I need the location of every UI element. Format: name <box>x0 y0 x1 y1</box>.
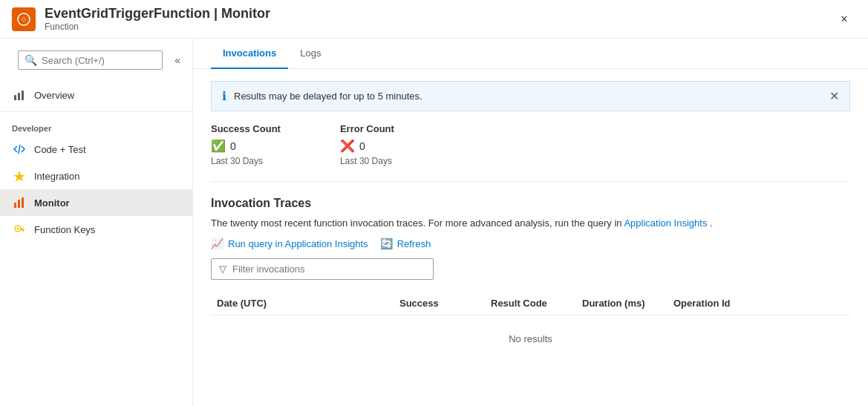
tabs: Invocations Logs <box>193 39 868 69</box>
app-insights-link[interactable]: Application Insights <box>624 217 707 229</box>
content-body: ℹ Results may be delayed for up to 5 min… <box>193 69 868 374</box>
developer-section-header: Developer <box>0 115 192 136</box>
table-header: Date (UTC) Success Result Code Duration … <box>211 292 850 315</box>
chart-icon <box>12 88 27 102</box>
sidebar-item-integration[interactable]: Integration <box>0 163 192 189</box>
banner-close-button[interactable]: ✕ <box>829 89 839 103</box>
success-count-label: Success Count <box>211 123 281 134</box>
col-result-code: Result Code <box>485 298 576 309</box>
run-query-label: Run query in Application Insights <box>228 238 368 249</box>
svg-rect-9 <box>22 197 24 208</box>
subtitle: Function <box>45 22 832 32</box>
search-icon: 🔍 <box>25 54 37 66</box>
title-separator: | <box>214 6 221 21</box>
monitor-icon <box>12 195 27 210</box>
error-icon: ❌ <box>340 139 355 153</box>
col-duration: Duration (ms) <box>576 298 668 309</box>
refresh-link[interactable]: 🔄 Refresh <box>380 238 431 249</box>
svg-rect-13 <box>22 230 24 232</box>
svg-point-1 <box>22 18 25 21</box>
desc-text-1: The twenty most recent function invocati… <box>211 217 622 229</box>
svg-rect-4 <box>22 91 24 100</box>
title-text: EventGridTriggerFunction | Monitor Funct… <box>45 6 832 32</box>
svg-point-11 <box>17 228 19 230</box>
success-count-value: ✅ 0 <box>211 139 281 153</box>
collapse-button[interactable]: « <box>172 53 183 68</box>
sidebar-divider <box>0 111 192 112</box>
query-icon: 📈 <box>211 238 223 249</box>
sidebar-item-code-test[interactable]: Code + Test <box>0 136 192 163</box>
filter-icon: ▽ <box>219 263 226 275</box>
action-links: 📈 Run query in Application Insights 🔄 Re… <box>211 238 850 249</box>
error-number: 0 <box>359 140 365 152</box>
close-button[interactable]: × <box>832 7 856 31</box>
svg-rect-2 <box>14 95 16 100</box>
success-period: Last 30 Days <box>211 156 281 166</box>
invocation-traces-section: Invocation Traces The twenty most recent… <box>211 197 850 362</box>
filter-input[interactable] <box>232 263 425 275</box>
success-number: 0 <box>230 140 236 152</box>
sidebar-item-function-keys[interactable]: Function Keys <box>0 216 192 243</box>
error-count-value: ❌ 0 <box>340 139 394 153</box>
svg-line-5 <box>19 145 20 154</box>
error-count-block: Error Count ❌ 0 Last 30 Days <box>340 123 394 166</box>
svg-rect-3 <box>18 93 20 100</box>
success-icon: ✅ <box>211 139 226 153</box>
monitor-label: Monitor <box>34 197 70 209</box>
tab-invocations[interactable]: Invocations <box>211 39 288 69</box>
integration-label: Integration <box>34 171 79 182</box>
filter-input-wrap[interactable]: ▽ <box>211 258 434 280</box>
refresh-icon: 🔄 <box>380 238 393 249</box>
search-box[interactable]: 🔍 <box>18 50 163 70</box>
function-name: EventGridTriggerFunction <box>45 6 210 21</box>
sidebar-item-overview[interactable]: Overview <box>0 82 192 108</box>
col-operation-id: Operation Id <box>668 298 850 309</box>
function-keys-label: Function Keys <box>34 224 95 235</box>
overview-label: Overview <box>34 90 74 101</box>
title-bar: EventGridTriggerFunction | Monitor Funct… <box>0 0 868 39</box>
svg-rect-12 <box>20 229 25 230</box>
error-count-label: Error Count <box>340 123 394 134</box>
col-date: Date (UTC) <box>211 298 394 309</box>
col-success: Success <box>394 298 485 309</box>
success-count-block: Success Count ✅ 0 Last 30 Days <box>211 123 281 166</box>
sidebar-item-monitor[interactable]: Monitor <box>0 189 192 216</box>
integration-icon <box>12 168 27 183</box>
refresh-label: Refresh <box>397 238 431 249</box>
search-input[interactable] <box>42 55 156 66</box>
code-test-label: Code + Test <box>34 144 86 155</box>
tab-logs[interactable]: Logs <box>288 39 333 69</box>
desc-text-2: . <box>710 217 713 229</box>
content-area: Invocations Logs ℹ Results may be delaye… <box>193 39 868 406</box>
svg-marker-6 <box>13 171 25 182</box>
info-banner: ℹ Results may be delayed for up to 5 min… <box>211 81 850 111</box>
key-icon <box>12 222 27 237</box>
page-name: Monitor <box>221 6 270 21</box>
run-query-link[interactable]: 📈 Run query in Application Insights <box>211 238 368 249</box>
app-icon <box>12 7 36 31</box>
sidebar: 🔍 « Overview Developer <box>0 39 193 406</box>
section-title: Invocation Traces <box>211 197 850 210</box>
section-desc: The twenty most recent function invocati… <box>211 217 850 229</box>
error-period: Last 30 Days <box>340 156 394 166</box>
info-text: Results may be delayed for up to 5 minut… <box>234 91 829 102</box>
counts-row: Success Count ✅ 0 Last 30 Days Error Cou… <box>211 123 850 182</box>
code-icon <box>12 142 27 157</box>
main-layout: 🔍 « Overview Developer <box>0 39 868 406</box>
info-icon: ℹ <box>222 89 226 103</box>
svg-rect-7 <box>14 203 16 208</box>
no-results-text: No results <box>211 315 850 362</box>
svg-rect-8 <box>18 200 20 208</box>
